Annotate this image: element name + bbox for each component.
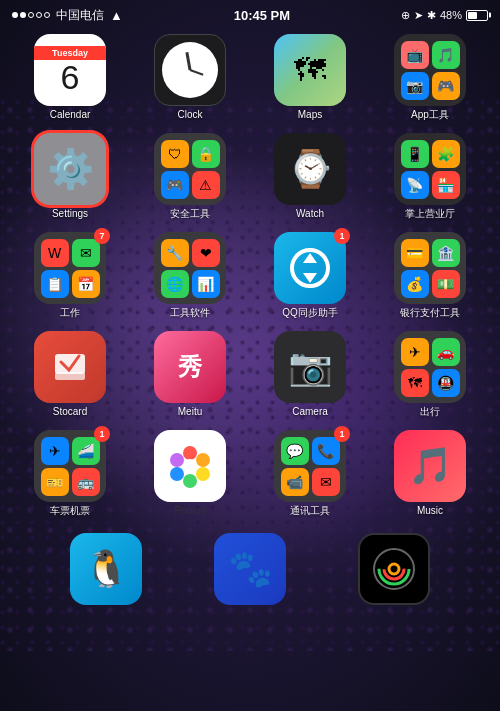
- clock-face: [162, 42, 218, 98]
- app-travel[interactable]: ✈ 🚗 🗺 🚇 出行: [374, 331, 486, 418]
- watch-label: Watch: [296, 208, 324, 220]
- tick-icon-3: 🎫: [41, 468, 69, 496]
- photos-label: Photos: [174, 505, 205, 517]
- work-icon-2: ✉: [72, 239, 100, 267]
- battery-icon: [466, 10, 488, 21]
- app-meitu[interactable]: 秀 Meitu: [134, 331, 246, 418]
- mini-icon-1: 📺: [401, 41, 429, 69]
- stocard-label: Stocard: [53, 406, 87, 418]
- toolsw-icon-img: 🔧 ❤ 🌐 📊: [154, 232, 226, 304]
- signal-dot-2: [20, 12, 26, 18]
- app-calendar[interactable]: Tuesday 6 Calendar: [14, 34, 126, 121]
- work-badge: 7: [94, 228, 110, 244]
- mini-icon-3: 📷: [401, 72, 429, 100]
- dock-baidu[interactable]: 🐾: [214, 533, 286, 605]
- maps-icon-img: 🗺: [274, 34, 346, 106]
- photos-flower-icon: [165, 441, 215, 491]
- location-icon: ⊕: [401, 9, 410, 22]
- app-music[interactable]: 🎵 Music: [374, 430, 486, 517]
- apptools-icon-img: 📺 🎵 📷 🎮: [394, 34, 466, 106]
- stocard-icon-img: [34, 331, 106, 403]
- bank-icon-img: 💳 🏦 💰 💵: [394, 232, 466, 304]
- travel-icon-3: 🗺: [401, 369, 429, 397]
- comm-icon-img: 💬 📞 📹 ✉: [274, 430, 346, 502]
- tickets-label: 车票机票: [50, 505, 90, 517]
- app-maps[interactable]: 🗺 Maps: [254, 34, 366, 121]
- calendar-label: Calendar: [50, 109, 91, 121]
- tickets-badge: 1: [94, 426, 110, 442]
- qq-icon-wrapper: 1: [274, 232, 346, 304]
- sec-icon-1: 🛡: [161, 140, 189, 168]
- travel-icon-1: ✈: [401, 338, 429, 366]
- app-tickets[interactable]: ✈ 🚄 🎫 🚌 1 车票机票: [14, 430, 126, 517]
- qq-label: QQ同步助手: [282, 307, 338, 319]
- tick-icon-2: 🚄: [72, 437, 100, 465]
- dock: 🐧 🐾: [14, 525, 486, 613]
- telecom-icon-img: 📱 🧩 📡 🏪: [394, 133, 466, 205]
- app-photos[interactable]: Photos: [134, 430, 246, 517]
- bank-icon-2: 🏦: [432, 239, 460, 267]
- stocard-icon-svg: [47, 344, 93, 390]
- work-icon-3: 📋: [41, 270, 69, 298]
- svg-point-13: [389, 564, 399, 574]
- app-camera[interactable]: 📷 Camera: [254, 331, 366, 418]
- dock-fitness[interactable]: [358, 533, 430, 605]
- app-telecom[interactable]: 📱 🧩 📡 🏪 掌上营业厅: [374, 133, 486, 220]
- svg-point-4: [196, 453, 210, 467]
- app-work[interactable]: W ✉ 📋 📅 7 工作: [14, 232, 126, 319]
- tickets-icon-wrapper: ✈ 🚄 🎫 🚌 1: [34, 430, 106, 502]
- sec-icon-2: 🔒: [192, 140, 220, 168]
- sec-icon-3: 🎮: [161, 171, 189, 199]
- dock-qq[interactable]: 🐧: [70, 533, 142, 605]
- app-stocard[interactable]: Stocard: [14, 331, 126, 418]
- app-settings[interactable]: ⚙️ Settings: [14, 133, 126, 220]
- home-screen: Tuesday 6 Calendar Clock 🗺 Maps 📺 🎵 📷: [0, 28, 500, 613]
- battery-pct: 48%: [440, 9, 462, 21]
- direction-icon: ➤: [414, 9, 423, 22]
- camera-icon-img: 📷: [274, 331, 346, 403]
- app-clock[interactable]: Clock: [134, 34, 246, 121]
- bank-icon-4: 💵: [432, 270, 460, 298]
- travel-icon-img: ✈ 🚗 🗺 🚇: [394, 331, 466, 403]
- app-qq[interactable]: 1 QQ同步助手: [254, 232, 366, 319]
- camera-icon-glyph: 📷: [288, 346, 333, 388]
- carrier-name: 中国电信: [56, 7, 104, 24]
- tick-icon-1: ✈: [41, 437, 69, 465]
- svg-point-12: [384, 559, 404, 579]
- app-security[interactable]: 🛡 🔒 🎮 ⚠ 安全工具: [134, 133, 246, 220]
- app-comm[interactable]: 💬 📞 📹 ✉ 1 通讯工具: [254, 430, 366, 517]
- music-icon-glyph: 🎵: [408, 445, 453, 487]
- comm-icon-4: ✉: [312, 468, 340, 496]
- svg-point-6: [183, 474, 197, 488]
- comm-icon-3: 📹: [281, 468, 309, 496]
- tw-icon-3: 🌐: [161, 270, 189, 298]
- tel-icon-1: 📱: [401, 140, 429, 168]
- app-apptools[interactable]: 📺 🎵 📷 🎮 App工具: [374, 34, 486, 121]
- app-watch[interactable]: ⌚ Watch: [254, 133, 366, 220]
- clock-icon-img: [154, 34, 226, 106]
- svg-point-7: [170, 467, 184, 481]
- travel-icon-4: 🚇: [432, 369, 460, 397]
- app-bank[interactable]: 💳 🏦 💰 💵 银行支付工具: [374, 232, 486, 319]
- dock-qq-img: 🐧: [70, 533, 142, 605]
- app-toolsw[interactable]: 🔧 ❤ 🌐 📊 工具软件: [134, 232, 246, 319]
- meitu-icon-img: 秀: [154, 331, 226, 403]
- toolsw-label: 工具软件: [170, 307, 210, 319]
- dock-fitness-svg: [369, 544, 419, 594]
- comm-label: 通讯工具: [290, 505, 330, 517]
- tw-icon-2: ❤: [192, 239, 220, 267]
- dock-fitness-img: [358, 533, 430, 605]
- work-icon-4: 📅: [72, 270, 100, 298]
- watch-icon-glyph: ⌚: [288, 148, 333, 190]
- music-icon-img: 🎵: [394, 430, 466, 502]
- camera-label: Camera: [292, 406, 328, 418]
- comm-badge: 1: [334, 426, 350, 442]
- svg-rect-2: [55, 372, 85, 380]
- mini-icon-2: 🎵: [432, 41, 460, 69]
- tick-icon-4: 🚌: [72, 468, 100, 496]
- svg-point-5: [196, 467, 210, 481]
- bluetooth-icon: ✱: [427, 9, 436, 22]
- travel-icon-2: 🚗: [432, 338, 460, 366]
- signal-dot-5: [44, 12, 50, 18]
- dock-baidu-glyph: 🐾: [228, 548, 273, 590]
